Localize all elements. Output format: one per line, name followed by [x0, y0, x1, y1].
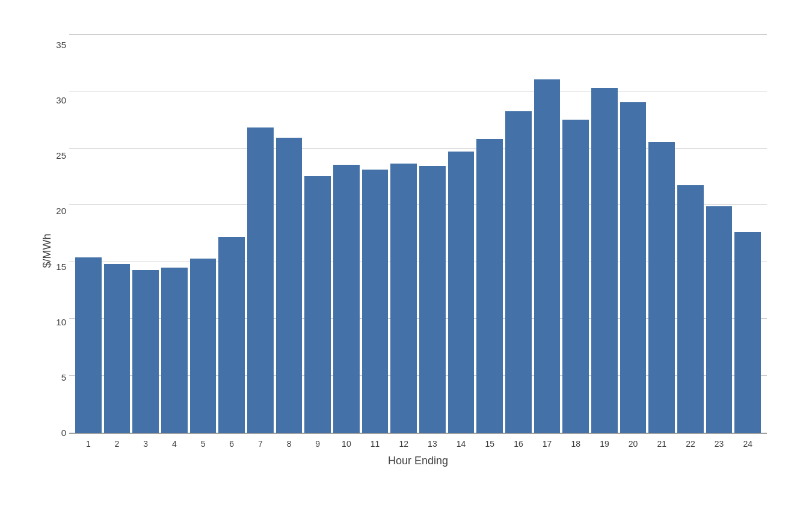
- bar: [132, 270, 159, 433]
- bar: [534, 79, 561, 432]
- bar: [476, 139, 503, 433]
- bar: [591, 88, 618, 433]
- x-label: 6: [218, 439, 245, 449]
- bar-wrapper: [476, 34, 503, 433]
- bar: [333, 165, 360, 432]
- bar-wrapper: [734, 34, 761, 433]
- bar-wrapper: [132, 34, 159, 433]
- x-label: 12: [390, 439, 417, 449]
- bar-wrapper: [706, 34, 733, 433]
- bar: [448, 152, 475, 433]
- x-label: 16: [505, 439, 532, 449]
- x-label: 7: [247, 439, 274, 449]
- bar: [734, 232, 761, 432]
- y-tick-label: 15: [42, 261, 66, 271]
- bar: [218, 237, 245, 433]
- y-ticks: 35302520151050: [42, 34, 66, 433]
- x-label: 11: [362, 439, 389, 449]
- bar-wrapper: [648, 34, 675, 433]
- x-labels: 123456789101112131415161718192021222324: [69, 439, 767, 449]
- y-tick-label: 10: [42, 316, 66, 327]
- bar-wrapper: [218, 34, 245, 433]
- x-label: 18: [562, 439, 589, 449]
- x-label: 1: [75, 439, 102, 449]
- bar: [390, 164, 417, 432]
- bar: [276, 138, 303, 433]
- x-label: 5: [190, 439, 217, 449]
- x-label: 22: [677, 439, 704, 449]
- bar-wrapper: [419, 34, 446, 433]
- bar-wrapper: [620, 34, 647, 433]
- bar-wrapper: [505, 34, 532, 433]
- x-label: 19: [591, 439, 618, 449]
- bar: [648, 142, 675, 432]
- bars-row: [69, 34, 767, 433]
- x-label: 15: [476, 439, 503, 449]
- bar-wrapper: [534, 34, 561, 433]
- bar: [104, 264, 131, 432]
- y-tick-label: 5: [42, 372, 66, 382]
- x-label: 8: [276, 439, 303, 449]
- bar-wrapper: [333, 34, 360, 433]
- bar: [706, 206, 733, 433]
- bar-wrapper: [276, 34, 303, 433]
- bar: [419, 166, 446, 432]
- chart-area: $/MWh 35302520151050 1234567891011121314…: [69, 34, 767, 467]
- bar: [362, 170, 389, 433]
- x-label: 13: [419, 439, 446, 449]
- bar-wrapper: [448, 34, 475, 433]
- y-tick-label: 25: [42, 150, 66, 161]
- x-label: 10: [333, 439, 360, 449]
- chart-container: $/MWh 35302520151050 1234567891011121314…: [21, 16, 791, 509]
- bar: [505, 111, 532, 432]
- x-label: 2: [104, 439, 131, 449]
- x-axis-baseline: [69, 433, 767, 434]
- x-label: 20: [620, 439, 647, 449]
- y-tick-label: 20: [42, 206, 66, 216]
- bar-wrapper: [591, 34, 618, 433]
- x-label: 4: [161, 439, 188, 449]
- x-label: 17: [534, 439, 561, 449]
- bar-wrapper: [75, 34, 102, 433]
- bar: [190, 259, 217, 433]
- bar-wrapper: [104, 34, 131, 433]
- bar: [75, 257, 102, 433]
- bar: [304, 176, 331, 432]
- y-tick-label: 0: [42, 428, 66, 438]
- y-tick-label: 30: [42, 94, 66, 105]
- x-label: 23: [706, 439, 733, 449]
- x-label: 21: [648, 439, 675, 449]
- bar-wrapper: [304, 34, 331, 433]
- bar-wrapper: [161, 34, 188, 433]
- bar-wrapper: [390, 34, 417, 433]
- x-label: 3: [132, 439, 159, 449]
- x-label: 14: [448, 439, 475, 449]
- x-label: 24: [734, 439, 761, 449]
- x-axis-label: Hour Ending: [69, 455, 767, 467]
- bar: [620, 102, 647, 432]
- bar: [161, 268, 188, 433]
- bar: [677, 185, 704, 432]
- bar-wrapper: [362, 34, 389, 433]
- y-tick-label: 35: [42, 39, 66, 49]
- x-label: 9: [304, 439, 331, 449]
- bar: [247, 127, 274, 433]
- bar: [562, 120, 589, 433]
- bar-wrapper: [677, 34, 704, 433]
- bar-wrapper: [562, 34, 589, 433]
- bar-wrapper: [247, 34, 274, 433]
- bar-wrapper: [190, 34, 217, 433]
- grid-and-bars: 35302520151050: [69, 34, 767, 433]
